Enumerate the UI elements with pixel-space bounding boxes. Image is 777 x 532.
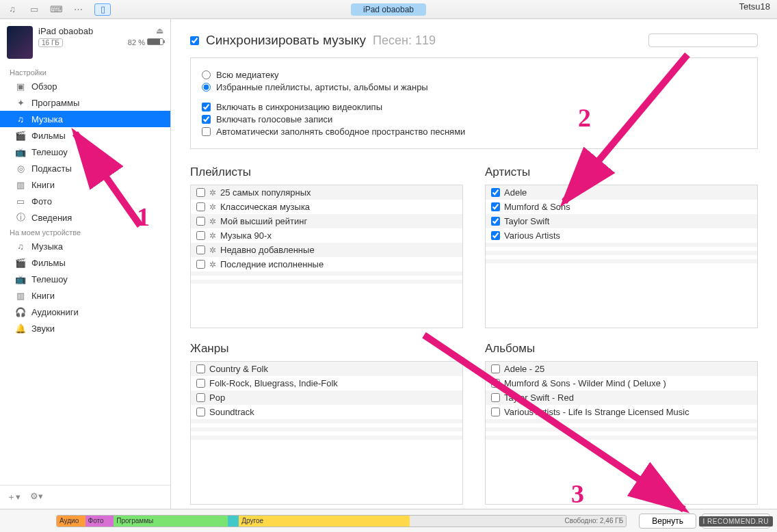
sidebar-item-books[interactable]: ▥Книги (0, 176, 170, 193)
list-item[interactable]: ✲Классическая музыка (191, 200, 462, 214)
eject-icon[interactable]: ⏏ (156, 26, 163, 36)
device-item-music[interactable]: ♫Музыка (0, 238, 170, 254)
item-checkbox[interactable] (491, 379, 500, 388)
item-checkbox[interactable] (491, 408, 500, 416)
list-item[interactable]: ✲Мой высший рейтинг (191, 214, 462, 228)
battery-icon (147, 38, 163, 45)
list-item[interactable]: Adele (486, 185, 757, 200)
device-item-audiobooks[interactable]: 🎧Аудиокниги (0, 304, 170, 320)
sidebar-item-tv[interactable]: 📺Телешоу (0, 144, 170, 160)
item-checkbox[interactable] (196, 379, 205, 388)
sidebar-item-apps[interactable]: ✦Программы (0, 94, 170, 111)
artists-list[interactable]: AdeleMumford & SonsTaylor SwiftVarious A… (485, 185, 758, 328)
device-tab-icon[interactable]: ▯ (94, 3, 111, 16)
list-item[interactable] (486, 440, 757, 444)
list-item[interactable] (486, 263, 757, 267)
annotation-2: 2 (578, 103, 591, 133)
settings-gear-icon[interactable]: ⚙▾ (30, 491, 43, 503)
item-label: Музыка 90-х (220, 230, 272, 241)
item-checkbox[interactable] (196, 217, 205, 226)
list-item[interactable]: ✲Последние исполненные (191, 257, 462, 271)
list-item[interactable]: Taylor Swift (486, 214, 757, 228)
movies-library-icon[interactable]: ▭ (29, 4, 40, 15)
list-item[interactable]: ✲Недавно добавленные (191, 243, 462, 257)
albums-panel: Альбомы Adele - 25Mumford & Sons - Wilde… (485, 342, 758, 505)
sidebar-item-music[interactable]: ♫Музыка (0, 111, 170, 127)
device-item-movies[interactable]: 🎬Фильмы (0, 254, 170, 271)
search-input[interactable] (648, 34, 758, 47)
albums-list[interactable]: Adele - 25Mumford & Sons - Wilder Mind (… (485, 361, 758, 505)
item-checkbox[interactable] (196, 364, 205, 373)
smart-playlist-icon: ✲ (209, 217, 216, 226)
item-checkbox[interactable] (491, 231, 500, 240)
list-item[interactable]: ✲25 самых популярных (191, 185, 462, 200)
device-item-books[interactable]: ▥Книги (0, 287, 170, 304)
item-label: Mumford & Sons - Wilder Mind ( Deluxe ) (504, 378, 666, 388)
annotation-1: 1 (137, 202, 150, 232)
list-item[interactable]: Folk-Rock, Bluegrass, Indie-Folk (191, 376, 462, 390)
sidebar-item-overview[interactable]: ▣Обзор (0, 78, 170, 94)
radio-entire-library[interactable]: Всю медиатеку (202, 70, 746, 80)
list-item[interactable]: ✲Музыка 90-х (191, 228, 462, 243)
sidebar-item-movies[interactable]: 🎬Фильмы (0, 127, 170, 144)
smart-playlist-icon: ✲ (209, 260, 216, 269)
add-playlist-icon[interactable]: ＋▾ (7, 491, 21, 503)
check-include-videos[interactable]: Включать в синхронизацию видеоклипы (202, 102, 746, 112)
item-checkbox[interactable] (196, 393, 205, 402)
list-item[interactable] (191, 440, 462, 444)
list-item[interactable]: Pop (191, 390, 462, 405)
device-header: iPad obaobab 16 ГБ ⏏ 82 % (0, 19, 170, 66)
item-checkbox[interactable] (491, 217, 500, 226)
list-item[interactable]: Various Artists - Life Is Strange Licens… (486, 405, 757, 419)
playlists-list[interactable]: ✲25 самых популярных✲Классическая музыка… (190, 185, 463, 328)
list-item[interactable]: Mumford & Sons (486, 200, 757, 214)
item-checkbox[interactable] (196, 231, 205, 240)
list-item[interactable] (191, 284, 462, 288)
music-library-icon[interactable]: ♫ (7, 4, 18, 15)
item-checkbox[interactable] (196, 202, 205, 211)
storage-seg-audio: Аудио (57, 516, 85, 527)
storage-seg-docs (228, 516, 239, 527)
storage-seg-free: Свободно: 2,46 ГБ (410, 516, 626, 527)
device-item-tones[interactable]: 🔔Звуки (0, 320, 170, 336)
item-checkbox[interactable] (196, 188, 205, 197)
list-item[interactable]: Adele - 25 (486, 362, 757, 376)
list-item[interactable]: Soundtrack (191, 405, 462, 419)
check-include-voice[interactable]: Включать голосовые записи (202, 114, 746, 124)
item-checkbox[interactable] (491, 188, 500, 197)
revert-button[interactable]: Вернуть (639, 514, 696, 529)
item-checkbox[interactable] (491, 393, 500, 402)
smart-playlist-icon: ✲ (209, 202, 216, 212)
audiobooks-icon: 🎧 (15, 306, 26, 317)
genres-list[interactable]: Country & FolkFolk-Rock, Bluegrass, Indi… (190, 361, 463, 505)
item-label: Мой высший рейтинг (220, 216, 307, 226)
music-icon: ♫ (15, 241, 26, 252)
device-item-tv[interactable]: 📺Телешоу (0, 271, 170, 287)
artists-title: Артисты (485, 165, 758, 179)
item-checkbox[interactable] (196, 408, 205, 416)
item-checkbox[interactable] (491, 202, 500, 211)
music-icon: ♫ (15, 114, 26, 124)
list-item[interactable]: Country & Folk (191, 362, 462, 376)
list-item[interactable]: Taylor Swift - Red (486, 390, 757, 405)
photos-icon: ▭ (15, 196, 26, 207)
sidebar-item-podcasts[interactable]: ◎Подкасты (0, 160, 170, 176)
movies-icon: 🎬 (15, 130, 26, 141)
item-label: 25 самых популярных (220, 187, 311, 198)
song-count: Песен: 119 (373, 34, 436, 48)
watermark: I RECOMMEND.RU (699, 516, 773, 527)
check-autofill[interactable]: Автоматически заполнять свободное простр… (202, 127, 746, 137)
smart-playlist-icon: ✲ (209, 188, 216, 198)
device-name-pill: iPad obaobab (351, 3, 426, 16)
item-checkbox[interactable] (196, 260, 205, 269)
list-item[interactable]: Mumford & Sons - Wilder Mind ( Deluxe ) (486, 376, 757, 390)
item-label: Taylor Swift (504, 216, 549, 226)
item-checkbox[interactable] (196, 245, 205, 254)
list-item[interactable]: Various Artists (486, 228, 757, 243)
item-checkbox[interactable] (491, 364, 500, 373)
sync-music-checkbox[interactable] (190, 36, 199, 45)
tv-library-icon[interactable]: ⌨ (51, 4, 62, 15)
radio-selected-items[interactable]: Избранные плейлисты, артисты, альбомы и … (202, 82, 746, 92)
more-icon[interactable]: ⋯ (73, 4, 83, 15)
genres-panel: Жанры Country & FolkFolk-Rock, Bluegrass… (190, 342, 463, 505)
